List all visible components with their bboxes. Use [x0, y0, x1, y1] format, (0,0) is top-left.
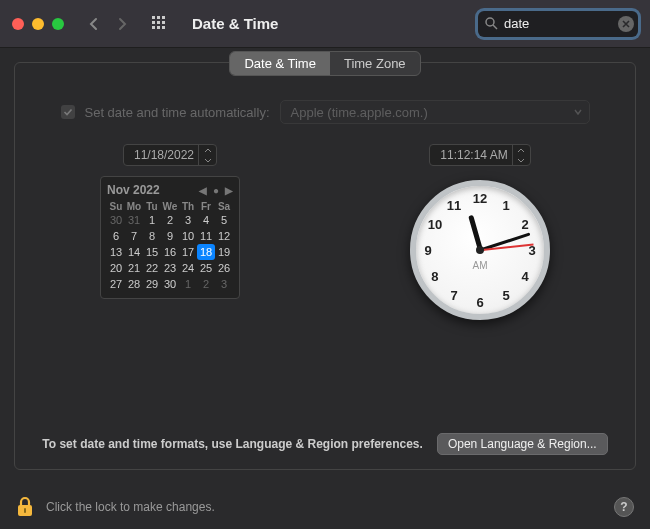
clock-number: 8: [431, 269, 438, 284]
day-cell[interactable]: 25: [197, 260, 215, 276]
titlebar: Date & Time: [0, 0, 650, 48]
day-cell[interactable]: 3: [215, 276, 233, 292]
clock-pin: [476, 246, 484, 254]
tab-time-zone[interactable]: Time Zone: [330, 52, 420, 75]
day-cell[interactable]: 27: [107, 276, 125, 292]
auto-set-checkbox[interactable]: [61, 105, 75, 119]
clock-number: 7: [450, 288, 457, 303]
day-cell[interactable]: 21: [125, 260, 143, 276]
day-cell[interactable]: 16: [161, 244, 179, 260]
day-cell[interactable]: 18: [197, 244, 215, 260]
day-cell[interactable]: 29: [143, 276, 161, 292]
dow-cell: Mo: [125, 201, 143, 212]
day-cell[interactable]: 5: [215, 212, 233, 228]
dow-cell: Su: [107, 201, 125, 212]
open-language-region-button[interactable]: Open Language & Region...: [437, 433, 608, 455]
clock-number: 5: [502, 288, 509, 303]
stepper-down-icon[interactable]: [199, 155, 216, 165]
clock-number: 6: [476, 295, 483, 310]
nav-buttons: [82, 12, 134, 36]
day-cell[interactable]: 11: [197, 228, 215, 244]
date-column: 11/18/2022 Nov 2022 ◀ ● ▶ SuMoTuWeThFrSa…: [15, 144, 325, 320]
calendar-prev-icon[interactable]: ◀: [199, 185, 207, 196]
zoom-window-button[interactable]: [52, 18, 64, 30]
svg-rect-4: [157, 21, 160, 24]
calendar-month-year: Nov 2022: [107, 183, 199, 197]
day-cell[interactable]: 3: [179, 212, 197, 228]
show-all-icon[interactable]: [148, 12, 172, 36]
time-stepper[interactable]: [512, 145, 530, 165]
day-cell[interactable]: 6: [107, 228, 125, 244]
search-field[interactable]: [478, 11, 638, 37]
day-cell[interactable]: 26: [215, 260, 233, 276]
time-server-field[interactable]: Apple (time.apple.com.): [280, 100, 590, 124]
day-cell[interactable]: 13: [107, 244, 125, 260]
analog-clock: AM 121234567891011: [410, 180, 550, 320]
day-cell[interactable]: 30: [161, 276, 179, 292]
clock-number: 3: [528, 243, 535, 258]
svg-rect-0: [152, 16, 155, 19]
day-cell[interactable]: 31: [125, 212, 143, 228]
clock-number: 11: [447, 197, 461, 212]
clock-number: 1: [502, 197, 509, 212]
day-cell[interactable]: 14: [125, 244, 143, 260]
dow-cell: Sa: [215, 201, 233, 212]
day-cell[interactable]: 24: [179, 260, 197, 276]
day-cell[interactable]: 2: [197, 276, 215, 292]
back-button[interactable]: [82, 12, 106, 36]
window-controls: [12, 18, 64, 30]
day-cell[interactable]: 12: [215, 228, 233, 244]
stepper-up-icon[interactable]: [199, 145, 216, 155]
calendar-dow-row: SuMoTuWeThFrSa: [107, 201, 233, 212]
svg-rect-7: [157, 26, 160, 29]
day-cell[interactable]: 7: [125, 228, 143, 244]
day-cell[interactable]: 19: [215, 244, 233, 260]
clear-search-button[interactable]: [618, 16, 634, 32]
day-cell[interactable]: 4: [197, 212, 215, 228]
forward-button[interactable]: [110, 12, 134, 36]
time-field-value: 11:12:14 AM: [440, 148, 507, 162]
day-cell[interactable]: 17: [179, 244, 197, 260]
calendar-today-icon[interactable]: ●: [213, 185, 219, 196]
day-cell[interactable]: 2: [161, 212, 179, 228]
day-cell[interactable]: 22: [143, 260, 161, 276]
search-icon: [484, 16, 498, 30]
svg-rect-2: [162, 16, 165, 19]
auto-set-label: Set date and time automatically:: [85, 105, 270, 120]
clock-number: 12: [473, 191, 487, 206]
day-cell[interactable]: 1: [143, 212, 161, 228]
day-cell[interactable]: 30: [107, 212, 125, 228]
window-title: Date & Time: [192, 15, 278, 32]
help-button[interactable]: ?: [614, 497, 634, 517]
tab-bar: Date & Time Time Zone: [15, 51, 635, 76]
calendar[interactable]: Nov 2022 ◀ ● ▶ SuMoTuWeThFrSa 3031123456…: [100, 176, 240, 299]
dow-cell: Fr: [197, 201, 215, 212]
stepper-down-icon[interactable]: [513, 155, 530, 165]
stepper-up-icon[interactable]: [513, 145, 530, 155]
svg-rect-8: [162, 26, 165, 29]
close-window-button[interactable]: [12, 18, 24, 30]
lock-icon[interactable]: [16, 496, 34, 518]
calendar-grid: 3031123456789101112131415161718192021222…: [107, 212, 233, 292]
svg-rect-6: [152, 26, 155, 29]
minimize-window-button[interactable]: [32, 18, 44, 30]
search-input[interactable]: [504, 16, 614, 31]
preferences-panel: Date & Time Time Zone Set date and time …: [14, 62, 636, 470]
day-cell[interactable]: 1: [179, 276, 197, 292]
day-cell[interactable]: 8: [143, 228, 161, 244]
time-field[interactable]: 11:12:14 AM: [429, 144, 530, 166]
day-cell[interactable]: 15: [143, 244, 161, 260]
auto-set-row: Set date and time automatically: Apple (…: [15, 100, 635, 124]
svg-rect-5: [162, 21, 165, 24]
day-cell[interactable]: 23: [161, 260, 179, 276]
day-cell[interactable]: 28: [125, 276, 143, 292]
date-stepper[interactable]: [198, 145, 216, 165]
svg-line-10: [493, 25, 497, 29]
day-cell[interactable]: 9: [161, 228, 179, 244]
date-field[interactable]: 11/18/2022: [123, 144, 217, 166]
tab-date-time[interactable]: Date & Time: [230, 52, 330, 75]
day-cell[interactable]: 20: [107, 260, 125, 276]
dow-cell: We: [161, 201, 179, 212]
calendar-next-icon[interactable]: ▶: [225, 185, 233, 196]
day-cell[interactable]: 10: [179, 228, 197, 244]
